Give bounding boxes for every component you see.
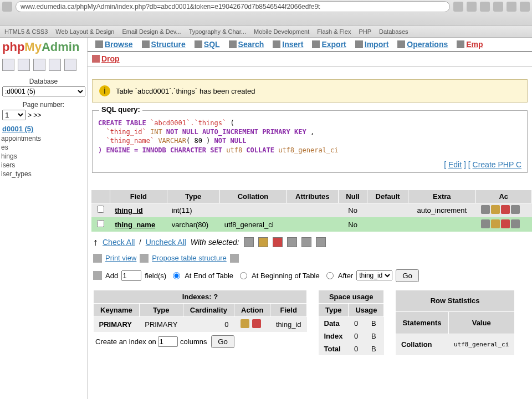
more-icon[interactable]	[511, 205, 520, 214]
table-item[interactable]: isers	[1, 161, 87, 170]
query-icon[interactable]	[64, 59, 76, 71]
bookmarks-bar: HTML5 & CSS3 Web Layout & Design Email D…	[0, 25, 532, 38]
tab-sql[interactable]: SQL	[190, 38, 224, 51]
check-all-link[interactable]: Check All	[103, 238, 135, 247]
drop-index-icon[interactable]	[252, 319, 261, 328]
check-row: ↑ Check All / Uncheck All With selected:	[88, 234, 532, 250]
drop-link[interactable]: Drop	[92, 54, 120, 63]
add-count-input[interactable]	[121, 270, 141, 281]
add-icon	[93, 271, 102, 280]
page-select[interactable]: 1	[2, 110, 25, 120]
ext-icon[interactable]	[493, 2, 503, 12]
col-collation: Collation	[219, 190, 287, 203]
row-statistics-table: Row Statistics StatementsValue Collation…	[395, 290, 514, 355]
browse-icon[interactable]	[481, 219, 490, 228]
structure-table: Field Type Collation Attributes Null Def…	[91, 190, 532, 232]
bookmark-item[interactable]: HTML5 & CSS3	[4, 28, 48, 35]
edit-selected-icon[interactable]	[258, 237, 268, 247]
row-checkbox[interactable]	[97, 220, 104, 227]
ext-icon[interactable]	[453, 2, 463, 12]
field-name[interactable]: thing_id	[110, 203, 167, 217]
col-default: Default	[367, 190, 408, 203]
at-end-radio[interactable]	[173, 272, 180, 279]
table-item[interactable]: iser_types	[1, 170, 87, 178]
import-icon	[355, 40, 363, 48]
tab-operations[interactable]: Operations	[393, 38, 452, 51]
home-icon[interactable]	[2, 59, 14, 71]
tab-browse[interactable]: Browse	[91, 38, 137, 51]
browse-icon[interactable]	[481, 205, 490, 214]
tab-import[interactable]: Import	[351, 38, 393, 51]
index-columns-input[interactable]	[158, 336, 178, 347]
bookmark-item[interactable]: Mobile Development	[254, 28, 309, 35]
table-row: thing_id int(11) No auto_increment	[91, 203, 532, 217]
tab-search[interactable]: Search	[224, 38, 269, 51]
more-icon[interactable]	[511, 219, 520, 228]
sql-icon[interactable]	[33, 59, 45, 71]
fields-label: field(s)	[145, 272, 166, 280]
propose-link[interactable]: Propose table structure	[152, 254, 226, 262]
page-nav[interactable]: > >>	[28, 111, 41, 119]
add-go-button[interactable]: Go	[396, 269, 419, 282]
at-begin-radio[interactable]	[240, 272, 247, 279]
table-item[interactable]: appointments	[1, 134, 87, 143]
browse-icon	[95, 40, 103, 48]
edit-index-icon[interactable]	[241, 319, 249, 328]
bookmark-item[interactable]: PHP	[359, 28, 371, 35]
index-go-button[interactable]: Go	[211, 335, 234, 348]
ext-icon[interactable]	[480, 2, 490, 12]
after-field-select[interactable]: thing_id	[356, 270, 392, 280]
indexes-table: Indexes: ? Keyname Type Cardinality Acti…	[93, 290, 307, 332]
row-checkbox[interactable]	[97, 206, 104, 213]
tab-structure[interactable]: Structure	[137, 38, 190, 51]
ext-icon[interactable]	[507, 2, 516, 12]
browse-selected-icon[interactable]	[244, 237, 254, 247]
edit-icon[interactable]	[491, 205, 500, 214]
edit-icon[interactable]	[491, 219, 500, 228]
bookmark-item[interactable]: Typography & Char...	[189, 28, 246, 35]
info-icon: i	[99, 85, 110, 96]
bookmark-item[interactable]: Flash & Flex	[317, 28, 351, 35]
col-action: Ac	[475, 190, 531, 203]
tab-empty[interactable]: Emp	[452, 38, 487, 51]
uncheck-all-link[interactable]: Uncheck All	[146, 238, 186, 247]
print-view-link[interactable]: Print view	[105, 254, 136, 262]
bookmark-item[interactable]: Web Layout & Design	[55, 28, 114, 35]
database-select[interactable]: :d0001 (5)	[2, 86, 85, 96]
field-name[interactable]: thing_name	[110, 217, 167, 232]
index-selected-icon[interactable]	[316, 237, 326, 247]
reload-button[interactable]	[2, 2, 12, 12]
tab-export[interactable]: Export	[308, 38, 350, 51]
bookmark-item[interactable]: Email Design & Dev...	[122, 28, 181, 35]
create-php-link[interactable]: Create PHP C	[473, 160, 521, 169]
table-item[interactable]: hings	[1, 152, 87, 161]
ext-icon[interactable]	[520, 2, 530, 12]
logout-icon[interactable]	[18, 59, 30, 71]
ext-icon[interactable]	[467, 2, 477, 12]
tab-insert[interactable]: Insert	[268, 38, 308, 51]
delete-icon[interactable]	[501, 219, 510, 228]
table-item[interactable]: es	[1, 143, 87, 152]
delete-icon[interactable]	[501, 205, 510, 214]
help-icon[interactable]: ?	[213, 293, 218, 301]
after-radio[interactable]	[326, 272, 334, 279]
sql-body: CREATE TABLE `abcd0001`.`things` ( `thin…	[93, 111, 527, 158]
bookmark-item[interactable]: Databases	[379, 28, 408, 35]
unique-selected-icon[interactable]	[301, 237, 311, 247]
delete-selected-icon[interactable]	[273, 237, 283, 247]
url-bar[interactable]: www.edumedia.ca/phpMyAdmin/index.php?db=…	[16, 1, 450, 12]
col-type: Type	[167, 190, 219, 203]
export-icon	[312, 40, 320, 48]
docs-icon[interactable]	[49, 59, 61, 71]
arrow-icon: ↑	[93, 237, 98, 248]
db-link[interactable]: d0001 (5)	[0, 121, 87, 134]
primary-selected-icon[interactable]	[287, 237, 297, 247]
tabs: Browse Structure SQL Search Insert Expor…	[88, 38, 532, 52]
database-label: Database	[0, 78, 87, 85]
edit-sql-link[interactable]: Edit	[448, 160, 462, 169]
table-row: thing_name varchar(80) utf8_general_ci N…	[91, 217, 532, 232]
sql-query-box: SQL query: CREATE TABLE `abcd0001`.`thin…	[92, 110, 528, 173]
col-null: Null	[339, 190, 367, 203]
help-icon[interactable]	[230, 254, 239, 263]
table-row: PRIMARY PRIMARY 0 thing_id	[94, 316, 307, 332]
